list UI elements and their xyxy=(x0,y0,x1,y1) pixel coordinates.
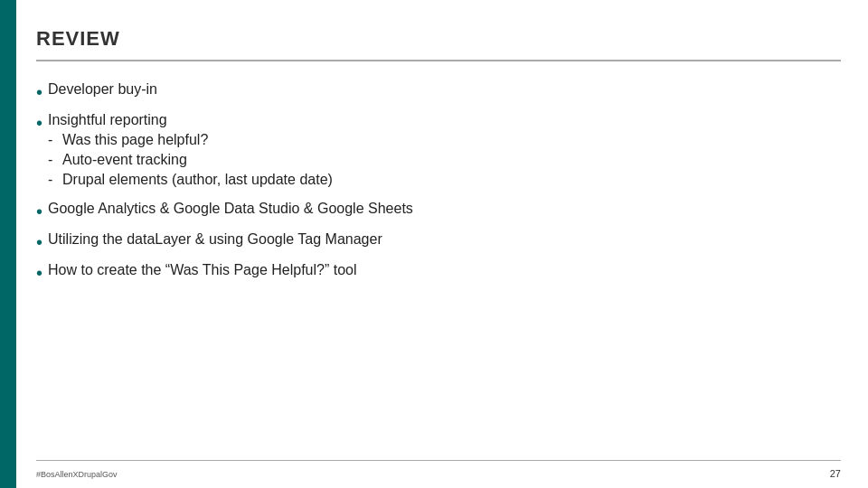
footer-left-text: #BosAllenXDrupalGov xyxy=(36,470,118,479)
footer-page-number: 27 xyxy=(830,468,841,479)
bullet-dot-2: • xyxy=(36,112,42,134)
sub-item-1: Was this page helpful? xyxy=(48,132,333,148)
list-item-datalayer: • Utilizing the dataLayer & using Google… xyxy=(36,231,841,253)
sub-item-2: Auto-event tracking xyxy=(48,152,333,168)
bullet-dot-1: • xyxy=(36,81,42,103)
list-item-developer-text: Developer buy-in xyxy=(48,81,157,98)
page-title: REVIEW xyxy=(36,27,841,51)
sub-item-1-text: Was this page helpful? xyxy=(62,132,208,147)
bullet-list: • Developer buy-in • Insightful reportin… xyxy=(36,81,841,284)
footer-divider xyxy=(36,460,841,462)
sub-item-2-text: Auto-event tracking xyxy=(62,152,187,167)
list-item-how: • How to create the “Was This Page Helpf… xyxy=(36,262,841,284)
list-item-insightful-text: Insightful reporting xyxy=(48,112,167,127)
sub-item-3-text: Drupal elements (author, last update dat… xyxy=(62,172,333,187)
bullet-dot-4: • xyxy=(36,231,42,253)
list-item-google-text: Google Analytics & Google Data Studio & … xyxy=(48,201,413,217)
list-item-developer: • Developer buy-in xyxy=(36,81,841,103)
title-divider xyxy=(36,60,841,61)
list-item-how-text: How to create the “Was This Page Helpful… xyxy=(48,262,357,278)
list-item-datalayer-text: Utilizing the dataLayer & using Google T… xyxy=(48,231,382,248)
left-accent-bar xyxy=(0,0,16,488)
list-item-google: • Google Analytics & Google Data Studio … xyxy=(36,201,841,222)
sub-item-3: Drupal elements (author, last update dat… xyxy=(48,172,333,188)
list-item-insightful: • Insightful reporting Was this page hel… xyxy=(36,112,841,192)
bullet-dot-3: • xyxy=(36,201,42,222)
bullet-dot-5: • xyxy=(36,262,42,284)
main-content: REVIEW • Developer buy-in • Insightful r… xyxy=(36,27,841,461)
sub-list-insightful: Was this page helpful? Auto-event tracki… xyxy=(48,132,333,188)
